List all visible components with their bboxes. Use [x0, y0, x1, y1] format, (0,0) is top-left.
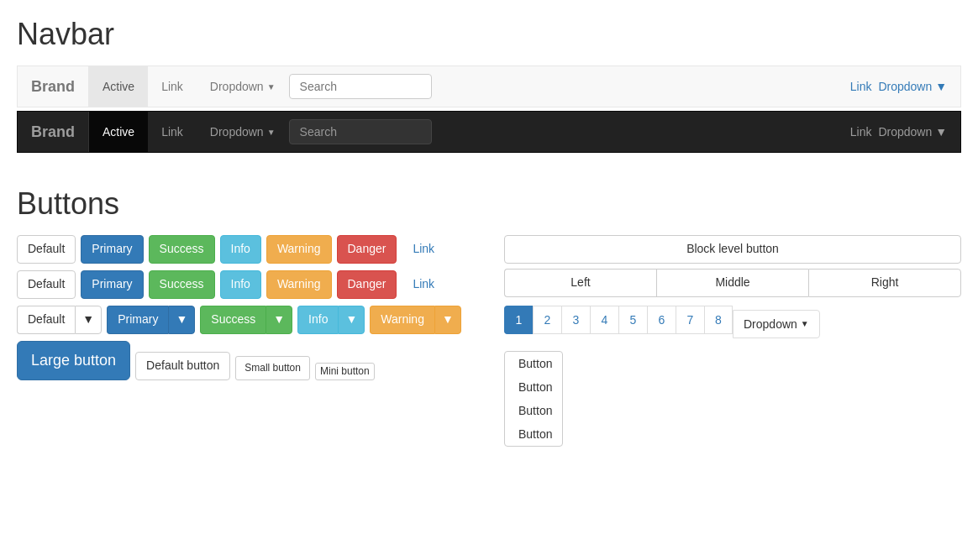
- split-primary-caret[interactable]: ▼: [168, 306, 195, 334]
- navbar-dark-right: Link Dropdown ▼: [850, 112, 960, 152]
- navbar-dark-item-active[interactable]: Active: [89, 112, 148, 152]
- navbar-dark-right-dropdown[interactable]: Dropdown ▼: [878, 125, 947, 139]
- split-info: Info ▼: [297, 306, 365, 334]
- split-success-main[interactable]: Success: [200, 306, 266, 334]
- pagination-dropdown[interactable]: Dropdown ▼: [733, 310, 820, 338]
- btn-default-1[interactable]: Default: [17, 235, 76, 264]
- btn-link-2[interactable]: Link: [402, 270, 445, 299]
- page-6[interactable]: 6: [647, 306, 676, 334]
- caret-icon-6: ▼: [801, 319, 809, 328]
- split-info-main[interactable]: Info: [297, 306, 338, 334]
- caret-icon-2: ▼: [176, 311, 187, 328]
- justified-row: Left Middle Right: [504, 269, 961, 297]
- btn-warning-1[interactable]: Warning: [266, 235, 332, 264]
- navbar-light-right: Link Dropdown ▼: [850, 66, 960, 107]
- btn-link-1[interactable]: Link: [402, 235, 445, 264]
- split-default-caret[interactable]: ▼: [75, 306, 102, 334]
- chevron-down-icon-2: ▼: [935, 80, 947, 93]
- buttons-row-1: Default Primary Success Info Warning Dan…: [17, 235, 487, 264]
- btn-small[interactable]: Small button: [235, 356, 310, 380]
- page-1[interactable]: 1: [504, 306, 533, 334]
- btn-justified-middle[interactable]: Middle: [656, 269, 808, 297]
- btn-default-2[interactable]: Default: [17, 270, 76, 299]
- split-warning: Warning ▼: [370, 306, 460, 334]
- navbar-light-right-link[interactable]: Link: [850, 80, 872, 93]
- pagination-row: 1 2 3 4 5 6 7 8 Dropdown ▼: [504, 306, 961, 343]
- btn-success-1[interactable]: Success: [149, 235, 215, 264]
- page-3[interactable]: 3: [561, 306, 590, 334]
- btn-block[interactable]: Block level button: [504, 235, 961, 264]
- split-success-caret[interactable]: ▼: [266, 306, 292, 334]
- buttons-row-sizes: Large button Default button Small button…: [17, 341, 487, 381]
- btn-default-size[interactable]: Default button: [135, 352, 230, 380]
- split-info-caret[interactable]: ▼: [338, 306, 365, 334]
- navbar-light-item-dropdown[interactable]: Dropdown ▼: [197, 66, 289, 107]
- buttons-right: Block level button Left Middle Right 1 2…: [504, 235, 961, 447]
- split-warning-main[interactable]: Warning: [370, 306, 434, 334]
- caret-icon-4: ▼: [345, 311, 357, 328]
- chevron-down-icon: ▼: [267, 82, 276, 92]
- navbar-section-title: Navbar: [17, 17, 961, 52]
- caret-icon: ▼: [82, 311, 94, 328]
- buttons-row-2: Default Primary Success Info Warning Dan…: [17, 270, 487, 299]
- buttons-content: Default Primary Success Info Warning Dan…: [17, 235, 961, 447]
- caret-icon-3: ▼: [273, 311, 285, 328]
- chevron-down-icon-3: ▼: [267, 128, 276, 137]
- page-7[interactable]: 7: [676, 306, 704, 334]
- navbar-light-item-link[interactable]: Link: [148, 66, 197, 107]
- navbar-dark: Brand Active Link Dropdown ▼ Link Dropdo…: [17, 111, 961, 153]
- split-primary: Primary ▼: [107, 306, 195, 334]
- page-4[interactable]: 4: [590, 306, 618, 334]
- btn-danger-1[interactable]: Danger: [337, 235, 397, 264]
- btn-justified-right[interactable]: Right: [808, 269, 961, 297]
- page-5[interactable]: 5: [618, 306, 647, 334]
- navbar-dark-item-link[interactable]: Link: [148, 112, 197, 152]
- dropdown-menu: Button Button Button Button: [504, 351, 563, 447]
- navbar-light-search-input[interactable]: [289, 74, 432, 99]
- dropdown-item-1[interactable]: Button: [505, 352, 562, 375]
- buttons-section-title: Buttons: [17, 186, 961, 222]
- btn-info-1[interactable]: Info: [220, 235, 261, 264]
- dropdown-item-2[interactable]: Button: [505, 375, 562, 399]
- navbar-dark-right-link[interactable]: Link: [850, 125, 872, 139]
- navbar-light: Brand Active Link Dropdown ▼ Link Dropdo…: [17, 65, 961, 107]
- btn-warning-2[interactable]: Warning: [266, 270, 332, 299]
- buttons-row-3: Default ▼ Primary ▼ Success ▼ Info ▼: [17, 306, 487, 334]
- page-2[interactable]: 2: [533, 306, 561, 334]
- split-success: Success ▼: [200, 306, 292, 334]
- btn-success-2[interactable]: Success: [149, 270, 215, 299]
- block-btn-row: Block level button: [504, 235, 961, 264]
- navbar-light-item-active[interactable]: Active: [89, 66, 148, 107]
- btn-large[interactable]: Large button: [17, 341, 130, 381]
- navbar-light-search: [289, 66, 432, 107]
- split-primary-main[interactable]: Primary: [107, 306, 168, 334]
- navbar-dark-item-dropdown[interactable]: Dropdown ▼: [197, 112, 289, 152]
- navbar-light-right-dropdown[interactable]: Dropdown ▼: [878, 80, 947, 93]
- btn-primary-2[interactable]: Primary: [81, 270, 143, 299]
- split-warning-caret[interactable]: ▼: [434, 306, 461, 334]
- dropdown-item-3[interactable]: Button: [505, 399, 562, 422]
- dropdown-item-4[interactable]: Button: [505, 422, 562, 446]
- split-default: Default ▼: [17, 306, 102, 334]
- navbar-dark-search: [289, 112, 432, 152]
- btn-danger-2[interactable]: Danger: [337, 270, 397, 299]
- btn-info-2[interactable]: Info: [220, 270, 261, 299]
- buttons-section: Buttons Default Primary Success Info War…: [17, 186, 961, 447]
- navbar-light-brand[interactable]: Brand: [18, 66, 89, 107]
- chevron-down-icon-4: ▼: [935, 125, 947, 139]
- btn-primary-1[interactable]: Primary: [81, 235, 143, 264]
- navbar-dark-brand[interactable]: Brand: [18, 112, 89, 152]
- pagination: 1 2 3 4 5 6 7 8: [504, 306, 733, 334]
- btn-justified-left[interactable]: Left: [504, 269, 656, 297]
- navbar-light-left: Brand Active Link Dropdown ▼: [18, 66, 432, 107]
- navbar-dark-search-input[interactable]: [289, 119, 432, 144]
- split-default-main[interactable]: Default: [17, 306, 75, 334]
- page-8[interactable]: 8: [704, 306, 733, 334]
- btn-mini[interactable]: Mini button: [315, 363, 375, 380]
- navbar-dark-left: Brand Active Link Dropdown ▼: [18, 112, 432, 152]
- buttons-left: Default Primary Success Info Warning Dan…: [17, 235, 487, 447]
- caret-icon-5: ▼: [442, 311, 454, 328]
